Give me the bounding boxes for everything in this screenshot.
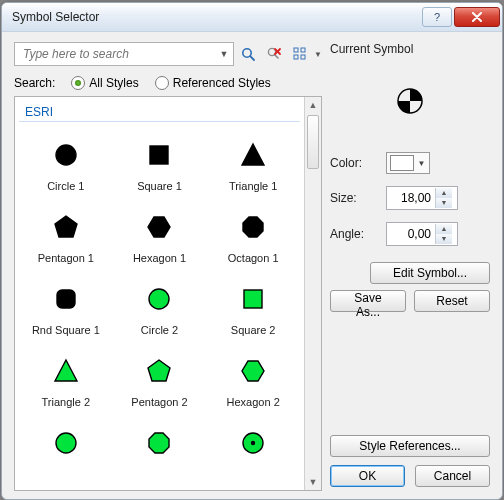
style-references-button[interactable]: Style References... [330, 435, 490, 457]
svg-rect-18 [244, 290, 262, 308]
edit-symbol-button[interactable]: Edit Symbol... [370, 262, 490, 284]
help-button[interactable]: ? [422, 7, 452, 27]
symbol-swatch [52, 204, 80, 250]
color-swatch [390, 155, 414, 171]
symbol-swatch [239, 420, 267, 466]
symbol-item[interactable]: Octagon 1 [206, 198, 300, 270]
angle-step-up[interactable]: ▲ [436, 224, 452, 234]
scroll-track[interactable] [305, 113, 321, 474]
radio-referenced-styles[interactable]: Referenced Styles [155, 76, 271, 90]
symbol-label: Triangle 2 [42, 396, 91, 408]
cancel-button[interactable]: Cancel [415, 465, 490, 487]
symbol-label: Circle 1 [47, 180, 84, 192]
svg-line-3 [275, 55, 278, 58]
svg-marker-13 [55, 216, 77, 237]
svg-rect-9 [301, 55, 305, 59]
svg-marker-19 [55, 360, 77, 381]
svg-rect-11 [150, 146, 168, 164]
svg-rect-6 [294, 48, 298, 52]
svg-point-17 [149, 289, 169, 309]
svg-rect-7 [301, 48, 305, 52]
symbol-swatch [239, 132, 267, 178]
reset-button[interactable]: Reset [414, 290, 490, 312]
symbol-item[interactable]: Square 1 [113, 126, 207, 198]
color-label: Color: [330, 156, 380, 170]
chevron-down-icon: ▼ [414, 159, 429, 168]
svg-point-22 [56, 433, 76, 453]
symbol-label: Hexagon 2 [227, 396, 280, 408]
symbol-swatch [52, 348, 80, 394]
symbol-item[interactable]: Pentagon 1 [19, 198, 113, 270]
current-symbol-icon [394, 85, 426, 117]
symbol-swatch [239, 348, 267, 394]
svg-marker-15 [243, 217, 263, 237]
search-box[interactable]: ▼ [14, 42, 234, 66]
ok-button[interactable]: OK [330, 465, 405, 487]
close-icon [471, 12, 483, 22]
svg-marker-20 [148, 360, 170, 381]
scroll-down-button[interactable]: ▼ [305, 474, 321, 490]
radio-all-styles-label: All Styles [89, 76, 138, 90]
color-picker[interactable]: ▼ [386, 152, 430, 174]
symbol-item[interactable] [19, 414, 113, 474]
symbol-swatch [145, 276, 173, 322]
scroll-thumb[interactable] [307, 115, 319, 169]
symbol-label: Rnd Square 1 [32, 324, 100, 336]
search-history-dropdown[interactable]: ▼ [217, 49, 231, 59]
window-title: Symbol Selector [12, 10, 420, 24]
angle-spinner[interactable]: ▲ ▼ [386, 222, 458, 246]
view-mode-button[interactable] [288, 42, 312, 66]
symbol-swatch [145, 420, 173, 466]
symbol-item[interactable]: Triangle 1 [206, 126, 300, 198]
radio-referenced-styles-label: Referenced Styles [173, 76, 271, 90]
category-header: ESRI [19, 103, 300, 122]
symbol-item[interactable] [113, 414, 207, 474]
scrollbar[interactable]: ▲ ▼ [304, 97, 321, 490]
size-input[interactable] [387, 190, 435, 206]
radio-all-styles[interactable]: All Styles [71, 76, 138, 90]
radio-dot-icon [155, 76, 169, 90]
symbol-item[interactable]: Square 2 [206, 270, 300, 342]
symbol-item[interactable]: Hexagon 1 [113, 198, 207, 270]
symbol-swatch [145, 204, 173, 250]
size-step-up[interactable]: ▲ [436, 188, 452, 198]
save-as-button[interactable]: Save As... [330, 290, 406, 312]
symbol-label: Pentagon 2 [131, 396, 187, 408]
svg-marker-12 [242, 144, 264, 165]
svg-rect-8 [294, 55, 298, 59]
svg-marker-21 [242, 361, 264, 381]
size-spinner[interactable]: ▲ ▼ [386, 186, 458, 210]
titlebar: Symbol Selector ? [2, 3, 502, 32]
angle-input[interactable] [387, 226, 435, 242]
size-label: Size: [330, 191, 380, 205]
search-go-button[interactable] [236, 42, 260, 66]
symbol-label: Hexagon 1 [133, 252, 186, 264]
close-button[interactable] [454, 7, 500, 27]
search-input[interactable] [21, 46, 217, 62]
size-step-down[interactable]: ▼ [436, 198, 452, 208]
search-clear-button[interactable] [262, 42, 286, 66]
symbol-item[interactable]: Rnd Square 1 [19, 270, 113, 342]
symbol-item[interactable]: Hexagon 2 [206, 342, 300, 414]
svg-marker-23 [149, 433, 169, 453]
symbol-item[interactable]: Circle 2 [113, 270, 207, 342]
symbol-swatch [239, 204, 267, 250]
scroll-up-button[interactable]: ▲ [305, 97, 321, 113]
symbol-item[interactable]: Circle 1 [19, 126, 113, 198]
angle-label: Angle: [330, 227, 380, 241]
view-mode-dropdown[interactable]: ▼ [314, 50, 322, 59]
symbol-item[interactable] [206, 414, 300, 474]
angle-step-down[interactable]: ▼ [436, 234, 452, 244]
symbol-label: Triangle 1 [229, 180, 278, 192]
current-symbol-heading: Current Symbol [330, 42, 490, 56]
symbol-swatch [145, 132, 173, 178]
svg-marker-14 [148, 217, 170, 237]
symbol-label: Square 1 [137, 180, 182, 192]
svg-point-25 [251, 441, 255, 445]
symbol-item[interactable]: Pentagon 2 [113, 342, 207, 414]
symbol-swatch [52, 132, 80, 178]
symbol-swatch [52, 276, 80, 322]
symbol-label: Octagon 1 [228, 252, 279, 264]
symbol-label: Circle 2 [141, 324, 178, 336]
symbol-item[interactable]: Triangle 2 [19, 342, 113, 414]
